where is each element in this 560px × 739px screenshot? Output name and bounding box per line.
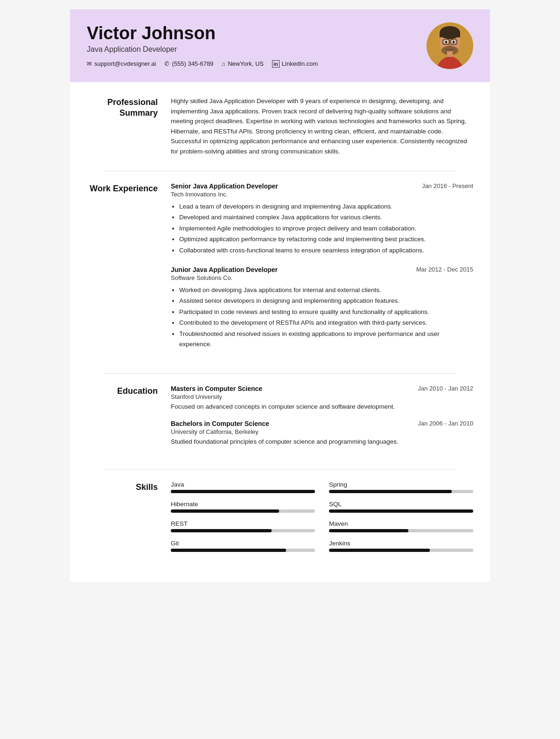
skill-item: Spring — [329, 481, 473, 493]
job-title: Junior Java Application Developer — [171, 266, 278, 273]
job-header: Junior Java Application Developer Mar 20… — [171, 266, 473, 273]
bullet-item: Implemented Agile methodologies to impro… — [179, 223, 473, 234]
skill-name: Git — [171, 540, 315, 547]
job-bullets: Lead a team of developers in designing a… — [171, 202, 473, 256]
skill-item: Jenkins — [329, 540, 473, 552]
skill-bar-fill — [329, 490, 452, 493]
skill-item: Maven — [329, 520, 473, 532]
bullet-item: Participated in code reviews and testing… — [179, 307, 473, 317]
skill-name: Maven — [329, 520, 473, 527]
phone-icon: ✆ — [164, 60, 169, 67]
divider-3 — [104, 469, 456, 470]
skills-label: Skills — [87, 481, 171, 554]
edu-school: University of California, Berkeley — [171, 428, 473, 435]
location-icon: ⌂ — [222, 60, 225, 67]
linkedin-icon: in — [272, 60, 280, 68]
skill-name: Spring — [329, 481, 473, 488]
bullet-item: Developed and maintained complex Java ap… — [179, 212, 473, 223]
contact-phone: ✆ (555) 345-6789 — [164, 60, 213, 67]
avatar — [427, 22, 473, 69]
education-content: Masters in Computer Science Jan 2010 - J… — [171, 385, 473, 455]
edu-header: Masters in Computer Science Jan 2010 - J… — [171, 385, 473, 392]
skill-name: SQL — [329, 501, 473, 508]
skill-item: Git — [171, 540, 315, 552]
skill-bar-fill — [171, 509, 279, 513]
bullet-item: Troubleshooted and resolved issues in ex… — [179, 329, 473, 349]
resume-body: Professional Summary Highly skilled Java… — [70, 82, 490, 582]
skill-name: Java — [171, 481, 315, 488]
edu-dates: Jan 2010 - Jan 2012 — [418, 385, 473, 392]
contact-location: ⌂ NewYork, US — [222, 60, 264, 67]
work-section: Work Experience Senior Java Application … — [87, 182, 473, 360]
summary-label: Professional Summary — [87, 96, 171, 157]
edu-degree: Masters in Computer Science — [171, 385, 262, 392]
skills-section: Skills Java Spring — [87, 481, 473, 554]
job-item: Junior Java Application Developer Mar 20… — [171, 266, 473, 349]
skill-item: REST — [171, 520, 315, 532]
job-title: Senior Java Application Developer — [171, 182, 278, 190]
bullet-item: Lead a team of developers in designing a… — [179, 202, 473, 212]
work-label: Work Experience — [87, 182, 171, 360]
bullet-item: Contributed to the development of RESTfu… — [179, 318, 473, 328]
edu-header: Bachelors in Computer Science Jan 2006 -… — [171, 420, 473, 427]
svg-rect-13 — [447, 51, 453, 57]
edu-school: Stanford University — [171, 393, 473, 400]
skill-bar-fill — [329, 529, 408, 532]
contact-linkedin: in LinkedIn.com — [272, 60, 318, 68]
skill-bar-bg — [329, 529, 473, 532]
edu-degree: Bachelors in Computer Science — [171, 420, 269, 427]
header-section: Victor Johnson Java Application Develope… — [70, 9, 490, 82]
skills-content: Java Spring Hibernate — [171, 481, 473, 554]
contact-email: ✉ support@cvdesigner.ai — [87, 60, 156, 67]
svg-point-7 — [453, 41, 455, 43]
edu-item: Bachelors in Computer Science Jan 2006 -… — [171, 420, 473, 446]
work-content: Senior Java Application Developer Jan 20… — [171, 182, 473, 360]
skill-bar-fill — [329, 509, 473, 513]
education-section: Education Masters in Computer Science Ja… — [87, 385, 473, 455]
candidate-name: Victor Johnson — [87, 24, 413, 43]
skill-item: Hibernate — [171, 501, 315, 513]
skill-bar-bg — [171, 529, 315, 532]
avatar-image — [427, 22, 473, 69]
bullet-item: Worked on developing Java applications f… — [179, 285, 473, 295]
skill-bar-bg — [171, 490, 315, 493]
email-icon: ✉ — [87, 60, 92, 67]
edu-description: Focused on advanced concepts in computer… — [171, 402, 473, 411]
summary-section: Professional Summary Highly skilled Java… — [87, 96, 473, 157]
divider-2 — [104, 373, 456, 374]
edu-dates: Jan 2006 - Jan 2010 — [418, 420, 473, 427]
education-label: Education — [87, 385, 171, 455]
contact-list: ✉ support@cvdesigner.ai ✆ (555) 345-6789… — [87, 60, 413, 68]
skill-name: Hibernate — [171, 501, 315, 508]
edu-item: Masters in Computer Science Jan 2010 - J… — [171, 385, 473, 411]
skill-bar-bg — [171, 549, 315, 552]
skill-item: Java — [171, 481, 315, 493]
skill-bar-bg — [329, 549, 473, 552]
skill-bar-bg — [171, 509, 315, 513]
header-info: Victor Johnson Java Application Develope… — [87, 24, 413, 68]
skill-item: SQL — [329, 501, 473, 513]
skill-name: Jenkins — [329, 540, 473, 547]
job-item: Senior Java Application Developer Jan 20… — [171, 182, 473, 256]
skills-grid: Java Spring Hibernate — [171, 481, 473, 554]
skill-bar-fill — [329, 549, 430, 552]
skill-bar-fill — [171, 490, 315, 493]
svg-point-6 — [445, 41, 448, 43]
bullet-item: Collaborated with cross-functional teams… — [179, 245, 473, 256]
job-header: Senior Java Application Developer Jan 20… — [171, 182, 473, 190]
candidate-title: Java Application Developer — [87, 45, 413, 54]
job-dates: Mar 2012 - Dec 2015 — [416, 266, 473, 273]
job-company: Tech Innovations Inc. — [171, 191, 473, 198]
skill-bar-fill — [171, 529, 272, 532]
skill-bar-fill — [171, 549, 286, 552]
edu-description: Studied foundational principles of compu… — [171, 437, 473, 446]
resume-container: Victor Johnson Java Application Develope… — [70, 9, 490, 582]
divider-1 — [104, 171, 456, 171]
skill-name: REST — [171, 520, 315, 527]
svg-rect-3 — [440, 33, 460, 37]
skill-bar-bg — [329, 509, 473, 513]
job-bullets: Worked on developing Java applications f… — [171, 285, 473, 349]
summary-content: Highly skilled Java Application Develope… — [171, 96, 473, 157]
job-dates: Jan 2016 - Present — [422, 182, 473, 189]
job-company: Software Solutions Co. — [171, 274, 473, 281]
